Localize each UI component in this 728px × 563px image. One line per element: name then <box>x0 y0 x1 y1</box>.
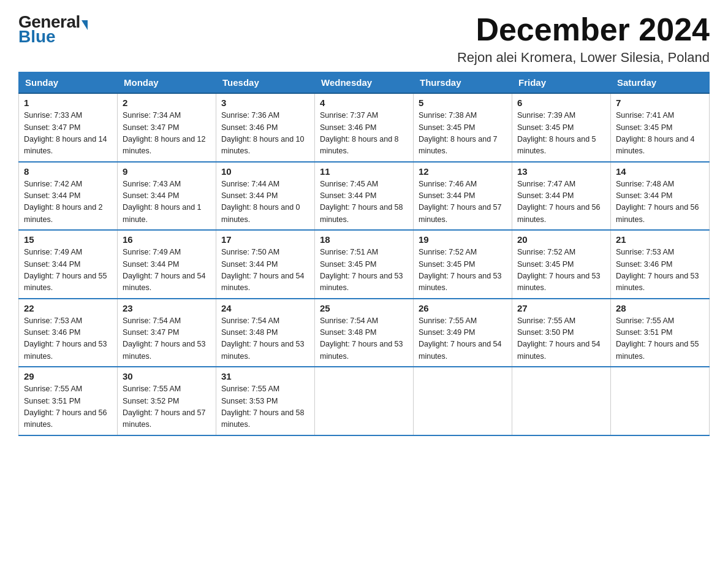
title-area: December 2024 Rejon alei Kromera, Lower … <box>457 12 710 66</box>
day-number: 29 <box>24 371 112 381</box>
header-sunday: Sunday <box>19 72 118 94</box>
calendar-week-row: 1 Sunrise: 7:33 AMSunset: 3:47 PMDayligh… <box>19 93 710 162</box>
table-row: 7 Sunrise: 7:41 AMSunset: 3:45 PMDayligh… <box>611 93 710 162</box>
day-number: 23 <box>123 303 211 313</box>
day-number: 17 <box>221 234 309 245</box>
day-info: Sunrise: 7:51 AMSunset: 3:45 PMDaylight:… <box>320 248 403 292</box>
day-number: 27 <box>517 303 605 313</box>
day-number: 14 <box>616 166 704 177</box>
logo-blue-text: Blue <box>18 27 56 47</box>
day-number: 31 <box>221 371 309 381</box>
table-row: 31 Sunrise: 7:55 AMSunset: 3:53 PMDaylig… <box>216 367 315 435</box>
table-row: 6 Sunrise: 7:39 AMSunset: 3:45 PMDayligh… <box>512 93 611 162</box>
table-row: 14 Sunrise: 7:48 AMSunset: 3:44 PMDaylig… <box>611 162 710 231</box>
table-row: 22 Sunrise: 7:53 AMSunset: 3:46 PMDaylig… <box>19 299 118 367</box>
table-row: 13 Sunrise: 7:47 AMSunset: 3:44 PMDaylig… <box>512 162 611 231</box>
day-number: 22 <box>24 303 112 313</box>
day-info: Sunrise: 7:55 AMSunset: 3:49 PMDaylight:… <box>419 316 502 361</box>
table-row: 17 Sunrise: 7:50 AMSunset: 3:44 PMDaylig… <box>216 230 315 299</box>
day-info: Sunrise: 7:55 AMSunset: 3:52 PMDaylight:… <box>123 385 206 429</box>
table-row <box>315 367 414 435</box>
day-info: Sunrise: 7:55 AMSunset: 3:51 PMDaylight:… <box>24 385 107 429</box>
table-row: 3 Sunrise: 7:36 AMSunset: 3:46 PMDayligh… <box>216 93 315 162</box>
day-info: Sunrise: 7:34 AMSunset: 3:47 PMDaylight:… <box>123 111 206 155</box>
day-number: 10 <box>221 166 309 177</box>
day-number: 15 <box>24 234 112 245</box>
day-number: 30 <box>123 371 211 381</box>
table-row <box>611 367 710 435</box>
header-saturday: Saturday <box>611 72 710 94</box>
header-monday: Monday <box>118 72 216 94</box>
table-row: 1 Sunrise: 7:33 AMSunset: 3:47 PMDayligh… <box>19 93 118 162</box>
table-row: 19 Sunrise: 7:52 AMSunset: 3:45 PMDaylig… <box>414 230 512 299</box>
calendar-table: Sunday Monday Tuesday Wednesday Thursday… <box>18 72 710 436</box>
day-number: 4 <box>320 98 408 108</box>
day-number: 6 <box>517 98 605 108</box>
day-number: 12 <box>419 166 507 177</box>
day-number: 20 <box>517 234 605 245</box>
logo: General Blue <box>18 12 88 47</box>
logo-triangle-icon <box>82 20 88 30</box>
day-info: Sunrise: 7:55 AMSunset: 3:51 PMDaylight:… <box>616 316 699 361</box>
day-info: Sunrise: 7:50 AMSunset: 3:44 PMDaylight:… <box>221 248 305 292</box>
table-row: 28 Sunrise: 7:55 AMSunset: 3:51 PMDaylig… <box>611 299 710 367</box>
day-info: Sunrise: 7:42 AMSunset: 3:44 PMDaylight:… <box>24 180 103 224</box>
day-number: 3 <box>221 98 309 108</box>
day-info: Sunrise: 7:38 AMSunset: 3:45 PMDaylight:… <box>419 111 498 155</box>
calendar-week-row: 29 Sunrise: 7:55 AMSunset: 3:51 PMDaylig… <box>19 367 710 435</box>
table-row: 9 Sunrise: 7:43 AMSunset: 3:44 PMDayligh… <box>118 162 216 231</box>
month-title: December 2024 <box>457 12 710 47</box>
calendar-week-row: 22 Sunrise: 7:53 AMSunset: 3:46 PMDaylig… <box>19 299 710 367</box>
day-info: Sunrise: 7:45 AMSunset: 3:44 PMDaylight:… <box>320 180 403 224</box>
table-row: 24 Sunrise: 7:54 AMSunset: 3:48 PMDaylig… <box>216 299 315 367</box>
header-friday: Friday <box>512 72 611 94</box>
table-row: 23 Sunrise: 7:54 AMSunset: 3:47 PMDaylig… <box>118 299 216 367</box>
calendar-week-row: 8 Sunrise: 7:42 AMSunset: 3:44 PMDayligh… <box>19 162 710 231</box>
table-row: 15 Sunrise: 7:49 AMSunset: 3:44 PMDaylig… <box>19 230 118 299</box>
table-row: 16 Sunrise: 7:49 AMSunset: 3:44 PMDaylig… <box>118 230 216 299</box>
day-info: Sunrise: 7:54 AMSunset: 3:47 PMDaylight:… <box>123 316 206 361</box>
day-info: Sunrise: 7:52 AMSunset: 3:45 PMDaylight:… <box>419 248 502 292</box>
day-info: Sunrise: 7:54 AMSunset: 3:48 PMDaylight:… <box>320 316 403 361</box>
day-number: 2 <box>123 98 211 108</box>
day-info: Sunrise: 7:53 AMSunset: 3:46 PMDaylight:… <box>616 248 699 292</box>
day-info: Sunrise: 7:49 AMSunset: 3:44 PMDaylight:… <box>24 248 107 292</box>
table-row: 20 Sunrise: 7:52 AMSunset: 3:45 PMDaylig… <box>512 230 611 299</box>
day-info: Sunrise: 7:53 AMSunset: 3:46 PMDaylight:… <box>24 316 107 361</box>
table-row: 27 Sunrise: 7:55 AMSunset: 3:50 PMDaylig… <box>512 299 611 367</box>
location-subtitle: Rejon alei Kromera, Lower Silesia, Polan… <box>457 50 710 66</box>
header-thursday: Thursday <box>414 72 512 94</box>
table-row: 12 Sunrise: 7:46 AMSunset: 3:44 PMDaylig… <box>414 162 512 231</box>
day-info: Sunrise: 7:43 AMSunset: 3:44 PMDaylight:… <box>123 180 202 224</box>
day-number: 13 <box>517 166 605 177</box>
day-info: Sunrise: 7:44 AMSunset: 3:44 PMDaylight:… <box>221 180 300 224</box>
table-row: 11 Sunrise: 7:45 AMSunset: 3:44 PMDaylig… <box>315 162 414 231</box>
day-info: Sunrise: 7:46 AMSunset: 3:44 PMDaylight:… <box>419 180 502 224</box>
table-row: 21 Sunrise: 7:53 AMSunset: 3:46 PMDaylig… <box>611 230 710 299</box>
day-info: Sunrise: 7:52 AMSunset: 3:45 PMDaylight:… <box>517 248 601 292</box>
day-number: 1 <box>24 98 112 108</box>
day-number: 5 <box>419 98 507 108</box>
day-info: Sunrise: 7:37 AMSunset: 3:46 PMDaylight:… <box>320 111 399 155</box>
day-info: Sunrise: 7:41 AMSunset: 3:45 PMDaylight:… <box>616 111 695 155</box>
table-row: 26 Sunrise: 7:55 AMSunset: 3:49 PMDaylig… <box>414 299 512 367</box>
day-info: Sunrise: 7:54 AMSunset: 3:48 PMDaylight:… <box>221 316 305 361</box>
day-info: Sunrise: 7:48 AMSunset: 3:44 PMDaylight:… <box>616 180 699 224</box>
table-row: 10 Sunrise: 7:44 AMSunset: 3:44 PMDaylig… <box>216 162 315 231</box>
day-number: 9 <box>123 166 211 177</box>
day-headers-row: Sunday Monday Tuesday Wednesday Thursday… <box>19 72 710 94</box>
table-row: 4 Sunrise: 7:37 AMSunset: 3:46 PMDayligh… <box>315 93 414 162</box>
day-number: 7 <box>616 98 704 108</box>
day-number: 8 <box>24 166 112 177</box>
day-number: 25 <box>320 303 408 313</box>
table-row <box>414 367 512 435</box>
day-info: Sunrise: 7:33 AMSunset: 3:47 PMDaylight:… <box>24 111 107 155</box>
day-number: 21 <box>616 234 704 245</box>
day-number: 16 <box>123 234 211 245</box>
day-info: Sunrise: 7:36 AMSunset: 3:46 PMDaylight:… <box>221 111 305 155</box>
day-number: 28 <box>616 303 704 313</box>
day-info: Sunrise: 7:49 AMSunset: 3:44 PMDaylight:… <box>123 248 206 292</box>
day-info: Sunrise: 7:39 AMSunset: 3:45 PMDaylight:… <box>517 111 596 155</box>
table-row: 8 Sunrise: 7:42 AMSunset: 3:44 PMDayligh… <box>19 162 118 231</box>
header-tuesday: Tuesday <box>216 72 315 94</box>
